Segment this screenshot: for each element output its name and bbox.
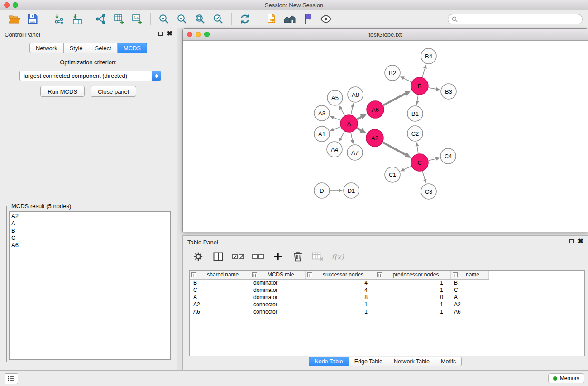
graph-node-A5[interactable]: A5 [327,90,343,105]
column-header-predecessor-nodes[interactable]: predecessor nodes [375,271,450,279]
graph-node-B3[interactable]: B3 [441,84,456,99]
network-overview-button[interactable] [281,12,299,26]
graph-node-A4[interactable]: A4 [327,142,342,157]
float-panel-button[interactable] [158,32,163,36]
edge-C-C1[interactable] [404,166,411,169]
graph-node-C[interactable]: C [411,154,428,171]
memory-button[interactable]: Memory [548,373,584,383]
table-row[interactable]: Adominator80A [190,294,488,301]
export-image-button[interactable] [128,12,146,26]
search-box[interactable] [448,14,583,24]
column-header-name[interactable]: name [450,271,488,279]
graph-node-D[interactable]: D [314,183,330,198]
float-table-panel-button[interactable] [569,239,574,243]
network-canvas[interactable]: B4B2BB3A5A8A6B1A3AC2A1A2A4A7C4CC1C3DD1 [183,41,588,232]
edge-A-A4[interactable] [341,131,345,138]
apply-layout-button[interactable] [236,12,254,26]
edge-A-A5[interactable] [341,109,344,116]
delete-table-button[interactable] [310,250,326,263]
zoom-fit-button[interactable] [191,12,209,26]
toggle-graphics-details-button[interactable] [317,12,335,26]
zoom-out-button[interactable] [173,12,191,26]
tab-network-table[interactable]: Network Table [388,357,435,366]
edge-B-B3[interactable] [429,88,436,89]
graph-node-C4[interactable]: C4 [440,148,456,164]
column-header-successor-nodes[interactable]: successor nodes [305,271,375,279]
edge-A-A1[interactable] [334,127,340,129]
tab-network[interactable]: Network [29,43,64,53]
graph-node-C2[interactable]: C2 [407,126,423,141]
function-builder-button[interactable]: f(x) [330,250,346,263]
graph-node-D1[interactable]: D1 [344,183,359,198]
save-session-button[interactable] [24,12,42,26]
result-item[interactable]: C [10,234,170,242]
close-panel-button[interactable]: Close panel [91,86,136,97]
delete-columns-button[interactable] [290,250,306,263]
edge-C-C4[interactable] [429,159,436,161]
close-panel-icon[interactable]: ✖ [167,31,172,36]
graph-node-A6[interactable]: A6 [367,101,384,118]
status-menu-button[interactable] [5,373,18,384]
result-item[interactable]: A6 [10,242,170,249]
graph-node-B4[interactable]: B4 [421,48,436,64]
column-settings-button[interactable] [190,250,206,263]
table-row[interactable]: A2connector11A2 [190,301,488,308]
import-network-button[interactable] [50,12,68,26]
edge-A-A7[interactable] [351,133,352,140]
tab-mcds[interactable]: MCDS [118,43,147,53]
new-table-button[interactable] [110,12,128,26]
table-row[interactable]: Cdominator41C [190,286,488,294]
graph-node-A2[interactable]: A2 [366,129,383,147]
graph-node-C3[interactable]: C3 [421,184,436,199]
search-input[interactable] [460,15,578,23]
add-column-button[interactable] [270,250,286,263]
edge-B-B1[interactable] [417,95,418,101]
column-header-shared-name[interactable]: shared name [190,271,250,279]
graph-node-A8[interactable]: A8 [348,87,363,102]
result-item[interactable]: A [10,220,170,227]
tab-motifs[interactable]: Motifs [435,357,462,366]
new-network-button[interactable] [92,12,110,26]
graph-node-A1[interactable]: A1 [314,126,330,142]
column-header-MCDS-role[interactable]: MCDS role [250,271,305,279]
tab-edge-table[interactable]: Edge Table [349,357,388,366]
select-all-button[interactable] [230,250,246,263]
criterion-dropdown[interactable]: largest connected component (directed) [19,71,161,81]
edge-B-B2[interactable] [404,78,411,82]
edge-A6-B[interactable] [383,93,406,105]
open-file-button[interactable] [5,12,24,26]
zoom-in-button[interactable] [155,12,173,26]
table-row[interactable]: Bdominator41B [190,279,488,286]
edge-A-A8[interactable] [351,107,353,114]
run-mcds-button[interactable]: Run MCDS [40,86,85,97]
network-window-titlebar[interactable]: testGlobe.txt [183,29,588,41]
zoom-selected-button[interactable] [209,12,227,26]
graph-node-C1[interactable]: C1 [385,167,400,182]
edge-C-C2[interactable] [417,146,418,154]
graph-node-A[interactable]: A [340,115,358,132]
graph-node-B2[interactable]: B2 [385,65,400,81]
edge-C-C3[interactable] [422,171,425,179]
tab-style[interactable]: Style [64,43,89,53]
mcds-result-list[interactable]: A2ABCA6 [9,211,171,360]
graph-node-B[interactable]: B [411,77,428,95]
tab-node-table[interactable]: Node Table [309,357,349,366]
clone-network-button[interactable] [263,12,281,26]
result-item[interactable]: B [10,227,170,234]
edge-A-A2[interactable] [357,128,361,130]
graph-node-A7[interactable]: A7 [347,145,363,160]
show-columns-button[interactable] [210,250,226,263]
edge-A-A3[interactable] [334,118,340,120]
edge-B-B4[interactable] [422,68,425,77]
close-table-panel-icon[interactable]: ✖ [578,239,583,243]
edge-A-A6[interactable] [357,117,361,119]
import-table-button[interactable] [68,12,86,26]
graph-node-A3[interactable]: A3 [314,105,330,121]
deselect-all-button[interactable] [250,250,266,263]
edge-A2-C[interactable] [383,143,406,155]
result-item[interactable]: A2 [10,213,170,220]
style-painter-button[interactable] [299,12,317,26]
table-row[interactable]: A6connector11A6 [190,308,488,315]
tab-select[interactable]: Select [89,43,118,53]
graph-node-B1[interactable]: B1 [407,106,423,121]
